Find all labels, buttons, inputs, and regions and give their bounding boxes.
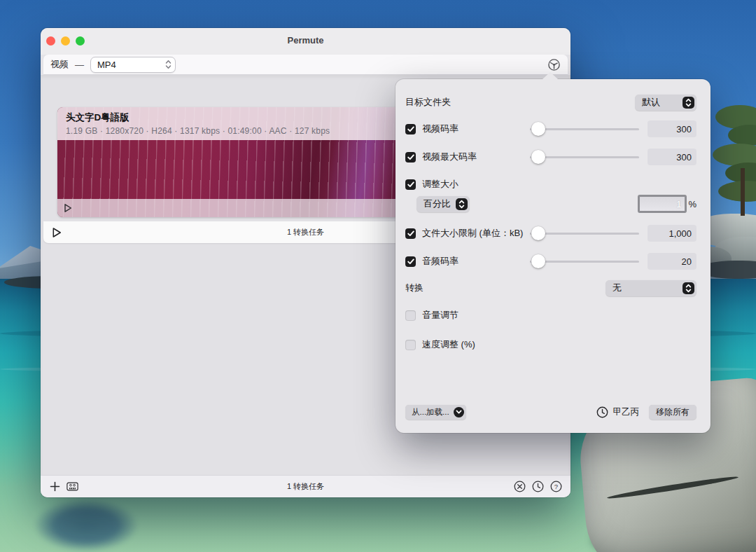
convert-label: 转换 (405, 282, 424, 294)
play-icon[interactable] (64, 203, 72, 213)
audio-bitrate-checkbox[interactable] (405, 256, 416, 267)
resize-percent-value: 1 (676, 199, 681, 209)
chevron-down-icon (454, 407, 464, 418)
preset-name: 甲乙丙 (613, 406, 640, 418)
stepper-updown-icon (682, 97, 694, 109)
preset-separator: — (75, 60, 84, 70)
preset-settings-button[interactable] (547, 57, 561, 71)
video-bitrate-slider[interactable] (530, 122, 639, 136)
speed-adjust-label: 速度调整 (%) (422, 338, 475, 351)
resize-percent-unit: % (688, 199, 696, 209)
video-max-bitrate-slider[interactable] (530, 150, 639, 164)
stepper-updown-icon (456, 198, 468, 210)
preset-toolbar: 视频 — MP4 (43, 55, 568, 75)
video-bitrate-label: 视频码率 (422, 123, 458, 135)
destination-folder-label: 目标文件夹 (405, 96, 451, 109)
destination-folder-value: 默认 (642, 96, 660, 109)
remove-all-button[interactable]: 移除所有 (649, 405, 696, 420)
video-max-bitrate-checkbox[interactable] (405, 152, 416, 163)
status-task-count: 1 转换任务 (41, 481, 570, 492)
load-from-menu[interactable]: 从...加载... (405, 405, 466, 420)
resize-mode-select[interactable]: 百分比 (416, 196, 470, 212)
chevron-updown-icon (165, 60, 172, 69)
resize-mode-value: 百分比 (424, 198, 451, 210)
popover-arrow (542, 72, 558, 79)
desktop: Permute 视频 — MP4 (0, 0, 756, 552)
format-select-value: MP4 (97, 60, 116, 70)
checkmark-icon (407, 126, 414, 132)
slider-knob[interactable] (531, 254, 545, 268)
speed-adjust-checkbox[interactable] (405, 340, 416, 350)
slider-knob[interactable] (531, 150, 545, 164)
checkmark-icon (407, 258, 414, 265)
wallpaper-submerged-rock (34, 499, 139, 552)
title-bar[interactable]: Permute (41, 28, 570, 55)
video-max-bitrate-label: 视频最大码率 (422, 151, 477, 163)
checkmark-icon (407, 181, 414, 188)
resize-label: 调整大小 (422, 178, 458, 191)
audio-bitrate-label: 音频码率 (422, 255, 458, 268)
status-bar: 1 转换任务 ? (41, 475, 570, 497)
volume-adjust-checkbox[interactable] (405, 310, 416, 321)
video-bitrate-checkbox[interactable] (405, 124, 416, 134)
convert-select[interactable]: 无 (606, 280, 696, 296)
file-size-limit-value[interactable]: 1,000 (648, 225, 696, 242)
resize-checkbox[interactable] (405, 179, 416, 190)
window-title: Permute (41, 35, 570, 46)
volume-adjust-label: 音量调节 (422, 309, 458, 322)
stepper-updown-icon (682, 282, 694, 294)
checkmark-icon (407, 230, 414, 237)
slider-knob[interactable] (531, 226, 545, 240)
remove-all-label: 移除所有 (656, 406, 690, 418)
clock-icon (596, 406, 608, 418)
preset-history-button[interactable] (596, 406, 608, 418)
resize-percent-input[interactable]: 1 (638, 195, 687, 213)
wallpaper-tree-trunk (741, 168, 745, 216)
file-size-limit-slider[interactable] (530, 226, 639, 240)
preset-settings-popover: 目标文件夹 默认 视频码率 300 (396, 79, 710, 433)
file-size-limit-label: 文件大小限制 (单位：kB) (422, 227, 523, 240)
convert-value: 无 (612, 282, 622, 294)
slider-knob[interactable] (531, 122, 545, 136)
audio-bitrate-slider[interactable] (530, 254, 639, 268)
video-max-bitrate-value[interactable]: 300 (648, 149, 696, 165)
file-size-limit-checkbox[interactable] (405, 228, 416, 239)
format-select[interactable]: MP4 (90, 57, 176, 73)
destination-folder-select[interactable]: 默认 (635, 95, 696, 111)
video-bitrate-value[interactable]: 300 (648, 120, 696, 137)
audio-bitrate-value[interactable]: 20 (648, 253, 696, 270)
load-from-label: 从...加载... (412, 407, 449, 418)
preset-category-label: 视频 (50, 58, 69, 71)
checkmark-icon (407, 154, 414, 160)
settings-dial-icon (547, 58, 561, 71)
